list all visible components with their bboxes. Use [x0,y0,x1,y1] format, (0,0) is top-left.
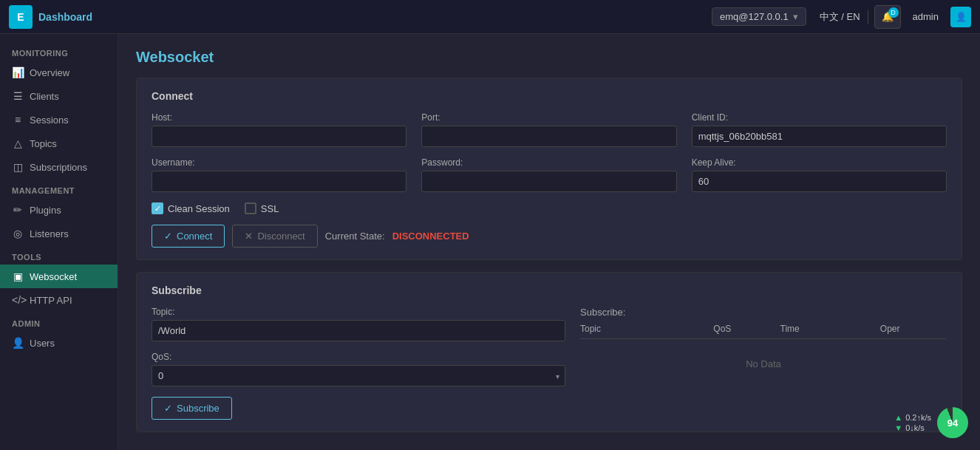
sidebar-topics-label: Topics [30,138,57,149]
password-input[interactable] [421,171,676,192]
username-input[interactable] [152,171,406,192]
monitoring-section-label: MONITORING [0,41,118,61]
sidebar-item-subscriptions[interactable]: ◫ Subscriptions [0,155,118,179]
host-input[interactable] [152,126,406,147]
main-layout: MONITORING 📊 Overview ☰ Clients ≡ Sessio… [0,34,980,450]
topics-icon: △ [12,137,24,149]
user-avatar[interactable]: 👤 [950,7,971,27]
dashboard-title[interactable]: Dashboard [38,11,92,23]
password-group: Password: [421,157,676,192]
qos-group: QoS: 012 ▾ [152,352,565,386]
sidebar-item-http-api[interactable]: </> HTTP API [0,288,118,312]
stats-values: ▲ 0.2↑k/s ▼ 0↓k/s [894,413,931,432]
admin-section-label: ADMIN [0,312,118,331]
qos-select-wrapper: 012 ▾ [152,365,565,386]
stats-corner: ▲ 0.2↑k/s ▼ 0↓k/s 94 [894,407,968,438]
sidebar-subscriptions-label: Subscriptions [30,162,87,173]
sidebar-item-clients[interactable]: ☰ Clients [0,84,118,108]
port-input[interactable] [421,126,676,147]
connect-button-label: Connect [177,231,212,242]
username-display: admin [907,11,945,22]
keep-alive-input[interactable] [692,171,947,192]
client-id-label: Client ID: [692,112,947,123]
connect-btn-row: ✓ Connect ✕ Disconnect Current State: DI… [152,225,947,248]
state-label: Current State: [325,231,385,242]
sidebar-users-label: Users [30,338,55,349]
port-group: Port: [421,112,676,147]
upload-value: 0.2↑k/s [905,413,931,422]
download-value: 0↓k/s [905,423,925,432]
subscribe-button[interactable]: ✓ Subscribe [152,397,232,420]
sidebar-listeners-label: Listeners [30,228,69,239]
sidebar-sessions-label: Sessions [30,115,69,126]
stats-row: ▲ 0.2↑k/s ▼ 0↓k/s 94 [894,407,968,438]
state-value: DISCONNECTED [392,231,469,242]
topic-input[interactable] [152,320,565,341]
logo: E [9,5,33,29]
sidebar-item-users[interactable]: 👤 Users [0,331,118,355]
tools-section-label: TOOLS [0,245,118,265]
chart-icon: 📊 [12,67,24,78]
subscribe-check-icon: ✓ [164,403,172,414]
subscribe-card: Subscribe Topic: QoS: 012 [136,272,962,432]
subscribe-layout: Topic: QoS: 012 ▾ [152,307,947,420]
keep-alive-group: Keep Alive: [692,157,947,192]
sidebar-clients-label: Clients [30,91,59,102]
connect-row-1: Host: Port: Client ID: [152,112,947,147]
stats-circle: 94 [937,407,968,438]
connect-title: Connect [152,90,947,102]
password-label: Password: [421,157,676,168]
sidebar-http-api-label: HTTP API [30,295,72,306]
disconnect-button[interactable]: ✕ Disconnect [232,225,317,248]
connect-check-icon: ✓ [164,231,172,242]
connect-button[interactable]: ✓ Connect [152,225,225,248]
sidebar-item-plugins[interactable]: ✏ Plugins [0,198,118,222]
subscribe-title: Subscribe [152,284,947,296]
subscribe-qos-row: QoS: 012 ▾ [152,352,565,386]
clean-session-checkbox[interactable]: ✓ Clean Session [152,202,230,214]
subscriptions-icon: ◫ [12,161,24,173]
sidebar-item-websocket[interactable]: ▣ Websocket [0,265,118,288]
topic-label: Topic: [152,307,565,317]
lang-switcher[interactable]: 中文 / EN [812,10,868,24]
username-label: Username: [152,157,406,168]
broker-name: emq@127.0.0.1 [720,11,789,22]
clean-session-box: ✓ [152,202,163,214]
col-qos-header: QoS [713,324,780,334]
sidebar-item-listeners[interactable]: ◎ Listeners [0,222,118,245]
topnav: E Dashboard emq@127.0.0.1 ▾ 中文 / EN 🔔 D … [0,0,980,34]
sidebar-overview-label: Overview [30,67,69,78]
port-label: Port: [421,112,676,123]
sidebar-item-topics[interactable]: △ Topics [0,132,118,155]
avatar-icon: 👤 [956,12,967,22]
subscribe-right-title: Subscribe: [580,307,947,318]
broker-selector[interactable]: emq@127.0.0.1 ▾ [712,7,806,26]
websocket-icon: ▣ [12,270,24,282]
col-oper-header: Oper [880,324,947,334]
notifications-badge: D [888,7,899,18]
client-id-group: Client ID: [692,112,947,147]
subscribe-right: Subscribe: Topic QoS Time Oper No Data [580,307,947,420]
page-title: Websocket [136,49,962,66]
sessions-icon: ≡ [12,114,24,126]
notifications-button[interactable]: 🔔 D [874,5,901,29]
col-time-header: Time [780,324,880,334]
broker-dropdown-arrow: ▾ [793,11,798,22]
stats-circle-value: 94 [947,417,958,429]
download-icon: ▼ [894,423,902,432]
qos-select[interactable]: 012 [152,365,565,386]
checkbox-row: ✓ Clean Session SSL [152,202,947,214]
disconnect-button-label: Disconnect [257,231,304,242]
qos-label: QoS: [152,352,565,362]
sidebar-websocket-label: Websocket [30,271,77,282]
ssl-checkbox[interactable]: SSL [245,202,279,214]
plugins-icon: ✏ [12,204,24,216]
connect-row-2: Username: Password: Keep Alive: [152,157,947,192]
ssl-label: SSL [261,203,279,214]
sidebar-item-sessions[interactable]: ≡ Sessions [0,108,118,132]
host-group: Host: [152,112,406,147]
sidebar-item-overview[interactable]: 📊 Overview [0,61,118,84]
topic-group: Topic: [152,307,565,341]
client-id-input[interactable] [692,126,947,147]
subscribe-left: Topic: QoS: 012 ▾ [152,307,565,420]
